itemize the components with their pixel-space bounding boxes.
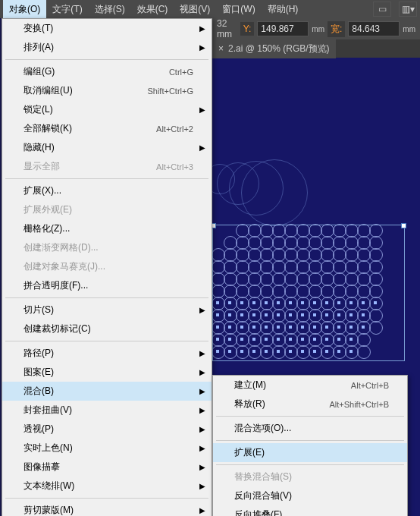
menu-item[interactable]: 混合(B)▶	[2, 382, 212, 401]
menu-item[interactable]: 锁定(L)▶	[2, 100, 212, 119]
coord-y-label: Y:	[240, 22, 255, 36]
tab-close[interactable]: ×	[218, 43, 224, 54]
menu-window[interactable]: 窗口(W)	[216, 0, 261, 19]
menu-item: 替换混合轴(S)	[213, 467, 407, 486]
menu-text[interactable]: 文字(T)	[46, 0, 88, 19]
coord-unit1: mm	[312, 25, 324, 33]
menu-item[interactable]: 扩展(E)	[213, 443, 407, 462]
menu-view[interactable]: 视图(V)	[174, 0, 216, 19]
tab-bar: × 2.ai @ 150% (RGB/预览)	[212, 39, 420, 58]
menu-item[interactable]: 实时上色(N)▶	[2, 439, 212, 458]
coord-unit2: mm	[403, 25, 415, 33]
menu-select[interactable]: 选择(S)	[89, 0, 131, 19]
menu-item[interactable]: 全部解锁(K)Alt+Ctrl+2	[2, 119, 212, 138]
menu-item[interactable]: 隐藏(H)▶	[2, 138, 212, 157]
toolbar-arrange-icon[interactable]: ▥▾	[399, 2, 417, 17]
menu-item: 扩展外观(E)	[2, 200, 212, 219]
menu-item[interactable]: 切片(S)▶	[2, 300, 212, 319]
menu-item[interactable]: 透视(P)▶	[2, 420, 212, 439]
menu-item[interactable]: 栅格化(Z)...	[2, 219, 212, 238]
coord-y-input[interactable]	[257, 21, 309, 36]
coord-w-input[interactable]	[348, 21, 400, 36]
menu-item[interactable]: 封套扭曲(V)▶	[2, 401, 212, 420]
menu-effect[interactable]: 效果(C)	[131, 0, 174, 19]
menu-item[interactable]: 创建裁切标记(C)	[2, 319, 212, 338]
menu-item[interactable]: 混合选项(O)...	[213, 419, 407, 438]
toolbar-doc-icon[interactable]: ▭	[373, 2, 391, 17]
tab-title: 2.ai @ 150% (RGB/预览)	[228, 42, 330, 55]
coord-x-suffix: 32 mm	[217, 18, 237, 39]
menu-object[interactable]: 对象(O)	[3, 0, 46, 19]
coord-bar: 32 mm Y: mm 宽: mm	[212, 18, 420, 39]
menubar: 对象(O) 文字(T) 选择(S) 效果(C) 视图(V) 窗口(W) 帮助(H…	[0, 0, 420, 18]
menu-item[interactable]: 变换(T)▶	[2, 19, 212, 38]
menu-item[interactable]: 反向堆叠(F)	[213, 505, 407, 516]
object-menu-dropdown: 变换(T)▶排列(A)▶编组(G)Ctrl+G取消编组(U)Shift+Ctrl…	[2, 18, 212, 516]
menu-item[interactable]: 图像描摹▶	[2, 458, 212, 477]
menu-item[interactable]: 编组(G)Ctrl+G	[2, 62, 212, 81]
circle-pattern[interactable]	[212, 225, 382, 358]
menu-item[interactable]: 排列(A)▶	[2, 38, 212, 57]
menu-help[interactable]: 帮助(H)	[262, 0, 305, 19]
coord-w-label: 宽:	[328, 21, 345, 37]
menu-item[interactable]: 剪切蒙版(M)▶	[2, 501, 212, 516]
menu-item: 显示全部Alt+Ctrl+3	[2, 157, 212, 176]
menu-item[interactable]: 拼合透明度(F)...	[2, 276, 212, 295]
menu-item[interactable]: 取消编组(U)Shift+Ctrl+G	[2, 81, 212, 100]
document-tab[interactable]: × 2.ai @ 150% (RGB/预览)	[212, 39, 336, 58]
menu-item[interactable]: 文本绕排(W)▶	[2, 477, 212, 496]
menu-item[interactable]: 反向混合轴(V)	[213, 486, 407, 505]
menu-item[interactable]: 建立(M)Alt+Ctrl+B	[213, 376, 407, 395]
menu-item[interactable]: 释放(R)Alt+Shift+Ctrl+B	[213, 395, 407, 414]
menu-item: 创建对象马赛克(J)...	[2, 257, 212, 276]
menu-item[interactable]: 路径(P)▶	[2, 344, 212, 363]
menu-item[interactable]: 扩展(X)...	[2, 181, 212, 200]
menu-item: 创建渐变网格(D)...	[2, 238, 212, 257]
blend-submenu: 建立(M)Alt+Ctrl+B释放(R)Alt+Shift+Ctrl+B混合选项…	[212, 375, 408, 516]
menu-item[interactable]: 图案(E)▶	[2, 363, 212, 382]
